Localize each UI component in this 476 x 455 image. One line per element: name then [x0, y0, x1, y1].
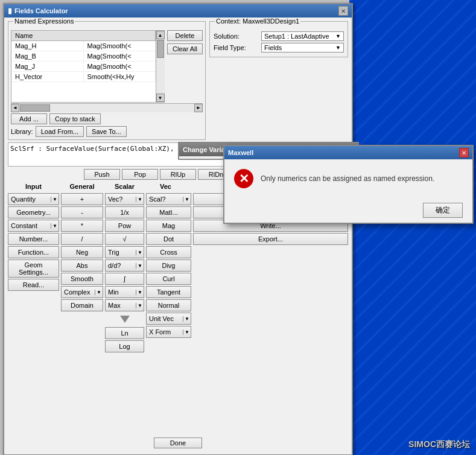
window-title: Fields Calculator	[14, 7, 68, 14]
matl-button[interactable]: MatI...	[146, 206, 191, 218]
curl-button[interactable]: Curl	[146, 273, 191, 285]
min-button[interactable]: Min ▼	[105, 286, 144, 298]
table-header-name: Name	[11, 31, 156, 40]
trig-arrow: ▼	[136, 250, 142, 255]
scalq-arrow: ▼	[183, 197, 189, 202]
field-type-dropdown[interactable]: Fields ▼	[261, 43, 344, 52]
pow-button[interactable]: Pow	[105, 220, 144, 232]
table-cell-value: Mag(Smooth(<	[84, 51, 156, 61]
copy-to-stack-button[interactable]: Copy to stack	[49, 113, 101, 124]
dialog-message: Only numerics can be assigned as named e…	[261, 174, 434, 183]
push-button[interactable]: Push	[84, 169, 120, 180]
scroll-down-arrow[interactable]: ▼	[156, 94, 165, 102]
table-cell-name: Mag_B	[11, 51, 84, 61]
done-button[interactable]: Done	[154, 438, 202, 448]
tangent-button[interactable]: Tangent	[146, 286, 191, 298]
export-button[interactable]: Export...	[193, 233, 348, 245]
svg-rect-2	[349, 0, 476, 455]
deriv-button[interactable]: d/d? ▼	[105, 259, 144, 272]
dialog-titlebar: Maxwell ✕	[224, 146, 472, 159]
maxwell-dialog: Maxwell ✕ ✕ Only numerics can be assigne…	[223, 145, 474, 224]
max-arrow: ▼	[136, 303, 142, 308]
quantity-button[interactable]: Quantity ▼	[8, 193, 59, 205]
simoc-watermark: SIMOC西赛论坛	[408, 439, 470, 450]
save-to-button[interactable]: Save To...	[86, 126, 127, 137]
read-button[interactable]: Read...	[8, 279, 59, 291]
load-from-button[interactable]: Load From...	[36, 126, 84, 137]
normal-button[interactable]: Normal	[146, 299, 191, 311]
scroll-up-arrow[interactable]: ▲	[156, 31, 165, 39]
min-arrow: ▼	[136, 290, 142, 295]
mag-button[interactable]: Mag	[146, 220, 191, 232]
smooth-button[interactable]: Smooth	[61, 273, 103, 285]
solution-label: Solution:	[214, 33, 259, 40]
table-row[interactable]: Mag_B Mag(Smooth(<	[11, 51, 156, 62]
unitvec-arrow: ▼	[183, 316, 189, 322]
input-section-header: Input	[8, 182, 59, 191]
constant-arrow: ▼	[51, 223, 57, 229]
dot-button[interactable]: Dot	[146, 233, 191, 245]
sqrt-button[interactable]: √	[105, 233, 144, 245]
integral-button[interactable]: ∫	[105, 273, 144, 285]
trig-button[interactable]: Trig ▼	[105, 246, 144, 258]
vecq-arrow: ▼	[136, 197, 142, 202]
table-cell-name: Mag_H	[11, 41, 84, 51]
solution-dropdown[interactable]: Setup1 : LastAdaptive ▼	[261, 31, 344, 41]
table-row[interactable]: Mag_J Mag(Smooth(<	[11, 62, 156, 72]
dialog-close-button[interactable]: ✕	[459, 148, 469, 158]
constant-button[interactable]: Constant ▼	[8, 220, 59, 232]
table-cell-name: Mag_J	[11, 62, 84, 71]
unit-vec-button[interactable]: Unit Vec ▼	[146, 313, 191, 325]
dialog-ok-button[interactable]: 确定	[423, 203, 463, 218]
domain-button[interactable]: Domain	[61, 299, 103, 311]
field-type-dropdown-arrow: ▼	[335, 45, 341, 51]
neg-button[interactable]: Neg	[61, 246, 103, 258]
table-cell-name: H_Vector	[11, 72, 84, 81]
complex-arrow: ▼	[95, 290, 101, 295]
solution-dropdown-arrow: ▼	[335, 33, 341, 39]
xform-button[interactable]: X Form ▼	[146, 326, 191, 338]
function-button[interactable]: Function...	[8, 246, 59, 258]
general-section-header: General	[61, 182, 103, 191]
geometry-button[interactable]: Geometry...	[8, 206, 59, 218]
vec-q-button[interactable]: Vec? ▼	[105, 193, 144, 205]
cross-button[interactable]: Cross	[146, 246, 191, 258]
scroll-left-arrow[interactable]: ◄	[11, 104, 19, 112]
window-close-button[interactable]: ✕	[338, 6, 348, 16]
error-icon: ✕	[234, 169, 253, 188]
delete-button[interactable]: Delete	[167, 30, 203, 41]
abs-button[interactable]: Abs	[61, 259, 103, 272]
table-cell-value: Mag(Smooth(<	[84, 62, 156, 71]
field-type-label: Field Type:	[214, 44, 259, 51]
dialog-title: Maxwell	[228, 149, 253, 156]
geom-settings-button[interactable]: Geom Settings...	[8, 259, 59, 278]
number-button[interactable]: Number...	[8, 233, 59, 245]
max-button[interactable]: Max ▼	[105, 299, 144, 311]
table-row[interactable]: H_Vector Smooth(<Hx,Hy	[11, 72, 156, 82]
context-label: Context: Maxwell3DDesign1	[215, 18, 300, 25]
scroll-right-arrow[interactable]: ►	[194, 104, 203, 112]
vec-section-header: Vec	[146, 182, 185, 191]
fields-calculator-window: ▮ Fields Calculator ✕ Named Expressions …	[3, 3, 353, 455]
scalar-section-header: Scalar	[105, 182, 144, 191]
table-cell-value: Mag(Smooth(<	[84, 41, 156, 51]
table-row[interactable]: Mag_H Mag(Smooth(<	[11, 41, 156, 51]
ln-button[interactable]: Ln	[105, 327, 144, 339]
minus-button[interactable]: -	[61, 206, 103, 218]
calc-icon: ▮	[8, 7, 12, 15]
multiply-button[interactable]: *	[61, 220, 103, 232]
log-button[interactable]: Log	[105, 340, 144, 352]
window-titlebar: ▮ Fields Calculator ✕	[4, 4, 352, 18]
scal-q-button[interactable]: Scal? ▼	[146, 193, 191, 205]
divide-button[interactable]: /	[61, 233, 103, 245]
pop-button[interactable]: Pop	[122, 169, 158, 180]
divg-button[interactable]: Divg	[146, 259, 191, 272]
complex-button[interactable]: Complex ▼	[61, 286, 103, 298]
xform-arrow: ▼	[183, 329, 189, 335]
reciprocal-button[interactable]: 1/x	[105, 206, 144, 218]
clear-all-button[interactable]: Clear All	[167, 43, 203, 54]
rlup-button[interactable]: RlUp	[160, 169, 196, 180]
add-button[interactable]: Add ...	[11, 113, 47, 124]
plus-button[interactable]: +	[61, 193, 103, 205]
nabla-button[interactable]	[105, 313, 144, 326]
